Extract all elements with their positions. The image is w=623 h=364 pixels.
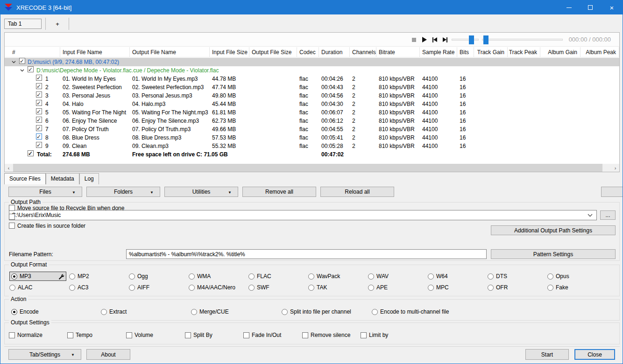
radio-icon[interactable]: [488, 273, 494, 280]
group-checkbox[interactable]: [19, 58, 25, 64]
radio-icon[interactable]: [428, 285, 434, 291]
format-radio-option[interactable]: AIFF: [129, 283, 189, 292]
total-checkbox[interactable]: [28, 150, 34, 156]
format-radio-option[interactable]: OFR: [488, 283, 547, 292]
radio-icon[interactable]: [282, 309, 288, 315]
scroll-right-arrow-icon[interactable]: ›: [611, 164, 619, 172]
filename-pattern-input[interactable]: %albumartist% - %album%\%track2%. %title…: [126, 249, 487, 259]
wrench-icon[interactable]: [58, 273, 64, 281]
format-radio-option[interactable]: TAK: [308, 283, 368, 292]
radio-icon[interactable]: [308, 285, 314, 291]
table-row[interactable]: 5 05. Waiting For The Night 05. Waiting …: [5, 108, 619, 117]
more-options-button[interactable]: ▼: [601, 187, 623, 197]
volume-slider-thumb[interactable]: [469, 35, 474, 44]
radio-icon[interactable]: [189, 273, 195, 280]
format-radio-option[interactable]: MP3: [9, 272, 66, 281]
format-radio-option[interactable]: DTS: [488, 272, 547, 281]
table-row[interactable]: 8 08. Blue Dress 08. Blue Dress.mp3 57.5…: [5, 133, 619, 142]
remove-all-button[interactable]: Remove all: [242, 187, 316, 197]
checkbox[interactable]: [243, 332, 249, 338]
start-button[interactable]: Start: [525, 349, 569, 360]
about-button[interactable]: About: [86, 349, 130, 360]
volume-slider[interactable]: [452, 39, 479, 41]
setting-checkbox-option[interactable]: Limit by: [361, 330, 388, 340]
radio-icon[interactable]: [488, 285, 494, 291]
radio-icon[interactable]: [11, 273, 17, 280]
seek-slider[interactable]: [482, 39, 563, 41]
setting-checkbox-option[interactable]: Volume: [126, 330, 185, 340]
radio-icon[interactable]: [101, 309, 107, 315]
track-checkbox[interactable]: [36, 125, 42, 131]
radio-icon[interactable]: [69, 285, 75, 291]
tab-1[interactable]: Tab 1: [4, 19, 42, 29]
track-checkbox[interactable]: [36, 91, 42, 98]
radio-icon[interactable]: [189, 285, 195, 291]
table-row[interactable]: 9 09. Clean 09. Clean.mp3 55.32 MB flac …: [5, 142, 619, 150]
previous-track-button[interactable]: [431, 36, 439, 43]
next-track-button[interactable]: [441, 36, 449, 43]
column-header-sample-rate[interactable]: Sample Rate: [420, 47, 457, 57]
format-radio-option[interactable]: AC3: [69, 283, 129, 292]
format-radio-option[interactable]: W64: [428, 272, 488, 281]
checkbox[interactable]: [185, 332, 191, 338]
track-checkbox[interactable]: [36, 133, 42, 140]
radio-icon[interactable]: [248, 285, 255, 291]
chevron-down-icon[interactable]: [20, 66, 25, 75]
radio-icon[interactable]: [308, 273, 314, 280]
table-row[interactable]: 1 01. World In My Eyes 01. World In My E…: [5, 75, 619, 83]
column-header-codec[interactable]: Codec: [297, 47, 319, 57]
radio-icon[interactable]: [129, 273, 135, 280]
action-radio-option[interactable]: Encode: [11, 307, 101, 316]
format-radio-option[interactable]: MPC: [428, 283, 488, 292]
column-header-output-file-size[interactable]: Output File Size: [249, 47, 297, 57]
format-radio-option[interactable]: WAV: [368, 272, 428, 281]
column-header-channels[interactable]: Channels: [350, 47, 376, 57]
chevron-down-icon[interactable]: [12, 58, 16, 66]
files-button[interactable]: Files▼: [8, 187, 82, 197]
album-group-row[interactable]: D:\music\Depeche Mode - Violator.flac.cu…: [5, 66, 619, 75]
action-radio-option[interactable]: Encode to multi-channel file: [372, 307, 449, 316]
action-radio-option[interactable]: Merge/CUE: [191, 307, 282, 316]
format-radio-option[interactable]: M4A/AAC/Nero: [189, 283, 248, 292]
reload-all-button[interactable]: Reload all: [320, 187, 394, 197]
title-bar[interactable]: XRECODE 3 [64-bit] ×: [0, 0, 623, 14]
column-header-bitrate[interactable]: Bitrate: [376, 47, 420, 57]
track-checkbox[interactable]: [36, 75, 42, 81]
checkbox[interactable]: [67, 332, 73, 338]
folders-button[interactable]: Folders▼: [86, 187, 160, 197]
horizontal-scrollbar[interactable]: ‹ ›: [5, 164, 619, 172]
column-header-input-file-name[interactable]: Input File Name: [60, 47, 130, 57]
setting-checkbox-option[interactable]: Tempo: [67, 330, 126, 340]
format-radio-option[interactable]: MP2: [69, 272, 129, 281]
radio-icon[interactable]: [11, 309, 17, 315]
checkbox[interactable]: [302, 332, 308, 338]
table-row[interactable]: 2 02. Sweetest Perfection 02. Sweetest P…: [5, 83, 619, 91]
format-radio-option[interactable]: ALAC: [9, 283, 69, 292]
table-row[interactable]: 7 07. Policy Of Truth 07. Policy Of Trut…: [5, 125, 619, 133]
browse-button[interactable]: ...: [600, 210, 616, 220]
radio-icon[interactable]: [368, 285, 374, 291]
radio-icon[interactable]: [69, 273, 75, 280]
folder-group-row[interactable]: D:\music\ (9/9, 274.68 MB, 00:47:02): [5, 58, 619, 66]
output-path-combo[interactable]: C:\Users\Erix\Music: [9, 210, 597, 220]
column-header-output-file-name[interactable]: Output File Name: [130, 47, 210, 57]
scrollbar-thumb[interactable]: [13, 164, 602, 172]
close-window-button[interactable]: ×: [601, 0, 623, 14]
track-checkbox[interactable]: [36, 117, 42, 123]
radio-icon[interactable]: [372, 309, 378, 315]
radio-icon[interactable]: [191, 309, 197, 315]
radio-icon[interactable]: [129, 285, 135, 291]
tab-log[interactable]: Log: [79, 173, 99, 184]
format-radio-option[interactable]: Fake: [547, 283, 607, 292]
checkbox[interactable]: [9, 214, 15, 220]
tab-source-files[interactable]: Source Files: [4, 173, 46, 184]
setting-checkbox-option[interactable]: Split By: [185, 330, 243, 340]
checkbox[interactable]: [9, 223, 15, 229]
column-header-track-peak[interactable]: Track Peak: [508, 47, 540, 57]
action-radio-option[interactable]: Extract: [101, 307, 191, 316]
column-header-duration[interactable]: Duration: [319, 47, 350, 57]
column-header-input-file-size[interactable]: Input File Size: [210, 47, 249, 57]
radio-icon[interactable]: [9, 285, 15, 291]
seek-slider-thumb[interactable]: [483, 35, 488, 44]
tab-metadata[interactable]: Metadata: [46, 173, 79, 184]
